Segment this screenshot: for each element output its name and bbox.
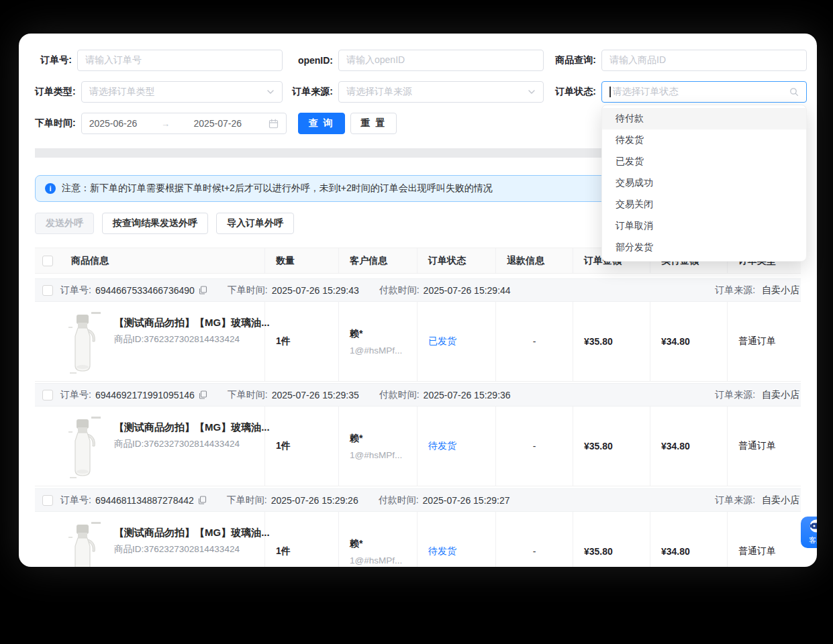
source-label: 订单来源:: [715, 284, 755, 295]
order-group-row: 订单号: 6944681134887278442 下单时间: 2025-07-2…: [35, 488, 801, 512]
order-status-value[interactable]: 已发货: [428, 335, 456, 347]
openid-label: openID:: [298, 55, 333, 66]
copy-icon[interactable]: [199, 390, 207, 399]
order-group-row: 订单号: 6944692171991095146 下单时间: 2025-07-2…: [35, 383, 801, 407]
pay-time-label: 付款时间:: [379, 284, 420, 297]
product-query-input[interactable]: 请输入商品ID: [601, 50, 807, 71]
filter-order-source: 订单来源: 请选择订单来源: [283, 81, 544, 103]
end-date[interactable]: 2025-07-26: [193, 118, 242, 129]
product-image[interactable]: [64, 307, 107, 376]
filter-product-query: 商品查询: 请输入商品ID: [544, 50, 807, 71]
order-data-row: 【测试商品勿拍】【MG】玻璃油... 商品ID:3762327302814433…: [35, 407, 801, 486]
pay-time-label: 付款时间:: [379, 494, 419, 506]
order-amount: ¥35.80: [584, 546, 613, 557]
order-time-value: 2025-07-26 15:29:26: [271, 495, 358, 506]
status-option[interactable]: 待付款: [602, 108, 806, 129]
product-query-placeholder: 请输入商品ID: [609, 54, 799, 66]
source-value: 自卖小店: [762, 284, 799, 295]
product-image[interactable]: [64, 411, 107, 481]
status-option[interactable]: 订单取消: [602, 215, 806, 237]
filter-openid: openID: 请输入openID: [283, 50, 544, 71]
filter-order-type: 订单类型: 请选择订单类型: [35, 81, 283, 103]
product-title[interactable]: 【测试商品勿拍】【MG】玻璃油...: [114, 315, 270, 329]
order-group-row: 订单号: 6944667533466736490 下单时间: 2025-07-2…: [35, 278, 801, 302]
order-type-label: 订单类型:: [35, 86, 76, 98]
col-status: 订单状态: [418, 248, 496, 273]
order-status-dropdown: 待付款 待发货 已发货 交易成功 交易关闭 订单取消 部分发货: [601, 105, 807, 262]
order-no-value: 6944681134887278442: [95, 495, 194, 506]
range-arrow-icon: →: [157, 119, 174, 129]
product-id: 商品ID:3762327302814433424: [114, 333, 270, 345]
order-no-value: 6944692171991095146: [95, 390, 195, 400]
customer-id: 1@#hsMPf...: [350, 345, 402, 356]
status-option[interactable]: 交易成功: [602, 172, 806, 194]
openid-placeholder: 请输入openID: [346, 54, 536, 66]
send-call-button[interactable]: 发送外呼: [35, 213, 94, 234]
product-image[interactable]: [64, 517, 107, 567]
refund-info: -: [533, 546, 536, 557]
order-status-value[interactable]: 待发货: [428, 440, 456, 452]
pay-time-label: 付款时间:: [379, 389, 420, 401]
order-source-placeholder: 请选择订单来源: [346, 86, 528, 98]
order-time-label: 下单时间:: [35, 117, 76, 129]
chevron-down-icon: [528, 88, 536, 96]
order-status-placeholder: 请选择订单状态: [613, 86, 790, 98]
order-type-select[interactable]: 请选择订单类型: [81, 81, 283, 103]
col-product: 商品信息: [60, 248, 265, 273]
order-amount: ¥35.80: [584, 336, 613, 347]
order-status-value[interactable]: 待发货: [428, 545, 456, 557]
customer-id: 1@#hsMPf...: [350, 555, 402, 566]
order-no-label: 订单号:: [40, 54, 72, 66]
copy-icon[interactable]: [199, 286, 207, 294]
order-time-label: 下单时间:: [228, 284, 268, 297]
text-caret: [609, 87, 611, 97]
filter-order-status: 订单状态: 请选择订单状态: [544, 81, 807, 103]
order-type: 普通订单: [738, 545, 776, 557]
pay-time-value: 2025-07-26 15:29:27: [423, 495, 510, 506]
order-no-label: 订单号:: [60, 494, 91, 506]
order-status-select[interactable]: 请选择订单状态: [601, 81, 807, 103]
order-time-label: 下单时间:: [227, 494, 267, 506]
quantity: 1件: [276, 440, 291, 452]
pay-time-value: 2025-07-26 15:29:36: [424, 390, 511, 400]
source-label: 订单来源:: [715, 494, 755, 505]
send-by-query-button[interactable]: 按查询结果发送外呼: [102, 213, 208, 234]
search-button[interactable]: 查 询: [298, 113, 345, 134]
order-source-select[interactable]: 请选择订单来源: [338, 81, 544, 103]
col-refund: 退款信息: [496, 248, 573, 273]
copy-icon[interactable]: [198, 496, 207, 504]
order-time-range-picker[interactable]: 2025-06-26 → 2025-07-26: [81, 113, 287, 134]
product-query-label: 商品查询:: [555, 54, 596, 66]
row-checkbox[interactable]: [42, 285, 53, 296]
import-orders-button[interactable]: 导入订单外呼: [216, 213, 294, 234]
quantity: 1件: [276, 335, 291, 347]
status-option[interactable]: 交易关闭: [602, 194, 806, 215]
source-label: 订单来源:: [715, 389, 755, 400]
order-type: 普通订单: [738, 335, 776, 347]
status-option[interactable]: 已发货: [602, 151, 806, 172]
product-title[interactable]: 【测试商品勿拍】【MG】玻璃油...: [114, 525, 270, 539]
row-checkbox[interactable]: [42, 390, 53, 400]
row-checkbox[interactable]: [42, 495, 53, 506]
customer-name: 赖*: [350, 433, 402, 445]
order-data-row: 【测试商品勿拍】【MG】玻璃油... 商品ID:3762327302814433…: [35, 512, 801, 567]
robot-icon: [808, 519, 817, 535]
product-id: 商品ID:3762327302814433424: [114, 543, 270, 555]
order-type: 普通订单: [738, 440, 776, 452]
source-value: 自卖小店: [762, 389, 799, 400]
reset-button[interactable]: 重 置: [350, 113, 397, 134]
status-option[interactable]: 部分发货: [602, 237, 806, 258]
order-time-label: 下单时间:: [228, 389, 268, 401]
order-no-input[interactable]: 请输入订单号: [77, 50, 283, 71]
col-qty: 数量: [265, 248, 339, 273]
notice-text: 注意：新下单的订单需要根据下单时候t+2后才可以进行外呼，未到t+2时间的订单会…: [62, 182, 493, 195]
select-all-checkbox[interactable]: [42, 256, 53, 266]
paid-amount: ¥34.80: [661, 336, 690, 347]
customer-service-button[interactable]: 客服: [801, 517, 817, 548]
order-no-value: 6944667533466736490: [95, 285, 195, 296]
product-id: 商品ID:3762327302814433424: [114, 438, 270, 450]
product-title[interactable]: 【测试商品勿拍】【MG】玻璃油...: [114, 420, 270, 434]
openid-input[interactable]: 请输入openID: [338, 50, 544, 71]
status-option[interactable]: 待发货: [602, 129, 806, 151]
start-date[interactable]: 2025-06-26: [89, 118, 138, 129]
